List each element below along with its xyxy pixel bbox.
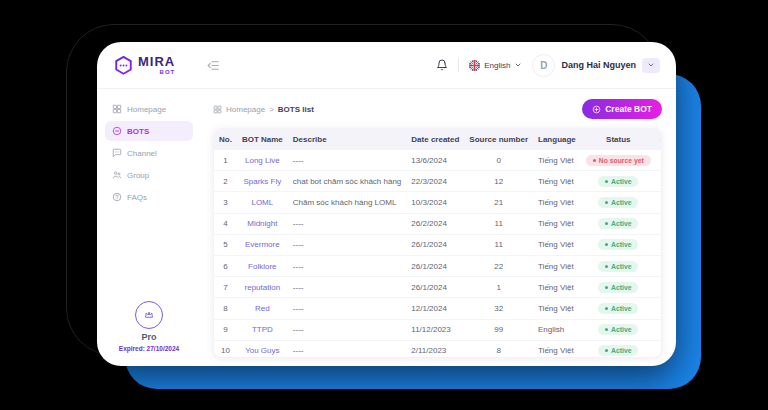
status-dot-icon bbox=[605, 180, 608, 183]
cell-date-created: 11/12/2023 bbox=[406, 319, 464, 340]
sidebar-item-faqs[interactable]: FAQs bbox=[105, 187, 193, 207]
table-row: 10You Guys----2/11/20238Tiếng ViệtActive… bbox=[214, 340, 662, 358]
users-icon bbox=[112, 170, 122, 180]
cell-no: 3 bbox=[214, 192, 237, 213]
cell-status: Active bbox=[581, 340, 656, 358]
create-bot-button[interactable]: Create BOT bbox=[582, 99, 662, 119]
cell-language: Tiếng Việt bbox=[533, 255, 581, 276]
sidebar-toggle-icon[interactable] bbox=[207, 59, 220, 72]
uk-flag-icon bbox=[469, 60, 480, 71]
page-header-row: Homepage > BOTS list Create BOT bbox=[213, 99, 662, 119]
cell-language: Tiếng Việt bbox=[533, 150, 581, 171]
bot-name-link[interactable]: Long Live bbox=[237, 150, 288, 171]
cell-no: 2 bbox=[214, 171, 237, 192]
cell-date-created: 22/3/2024 bbox=[406, 171, 464, 192]
sidebar-item-label: BOTS bbox=[127, 127, 149, 136]
cell-describe: ---- bbox=[288, 298, 407, 319]
create-bot-label: Create BOT bbox=[605, 104, 652, 114]
cell-no: 7 bbox=[214, 277, 237, 298]
cell-status: Active bbox=[581, 255, 656, 276]
cell-describe: ---- bbox=[288, 255, 407, 276]
bot-name-link[interactable]: Midnight bbox=[237, 213, 288, 234]
status-dot-icon bbox=[605, 222, 608, 225]
sidebar-item-group[interactable]: Group bbox=[105, 165, 193, 185]
chevron-down-icon bbox=[514, 61, 522, 69]
language-label: English bbox=[484, 61, 510, 70]
sidebar-item-bots[interactable]: BOTS bbox=[105, 121, 193, 141]
cell-date-created: 26/1/2024 bbox=[406, 277, 464, 298]
notifications-button[interactable] bbox=[436, 59, 448, 71]
cell-source-number: 0 bbox=[464, 150, 533, 171]
grid-icon bbox=[112, 104, 122, 114]
cell-describe: ---- bbox=[288, 234, 407, 255]
status-label: Active bbox=[611, 305, 631, 312]
bot-name-link[interactable]: LOML bbox=[237, 192, 288, 213]
column-header-date-created: Date created bbox=[406, 129, 464, 150]
cell-language: Tiếng Việt bbox=[533, 340, 581, 358]
cell-describe: ---- bbox=[288, 213, 407, 234]
language-selector[interactable]: English bbox=[469, 60, 522, 71]
cell-no: 10 bbox=[214, 340, 237, 358]
cell-language: Tiếng Việt bbox=[533, 234, 581, 255]
table-row: 5Evermore----26/1/202411Tiếng ViệtActive… bbox=[214, 234, 662, 255]
cell-language: Tiếng Việt bbox=[533, 298, 581, 319]
status-label: Active bbox=[611, 284, 631, 291]
cell-language: Tiếng Việt bbox=[533, 277, 581, 298]
table-header-row: No.BOT NameDescribeDate createdSource nu… bbox=[214, 129, 662, 150]
status-badge: Active bbox=[598, 345, 638, 356]
cell-source-number: 22 bbox=[464, 255, 533, 276]
brand-wordmark: MIRA BOT bbox=[138, 55, 175, 75]
cell-language: Tiếng Việt bbox=[533, 213, 581, 234]
bot-name-link[interactable]: Sparks Fly bbox=[237, 171, 288, 192]
cell-no: 1 bbox=[214, 150, 237, 171]
sidebar-item-label: Group bbox=[127, 171, 149, 180]
cell-source-number: 8 bbox=[464, 340, 533, 358]
cell-date-created: 10/3/2024 bbox=[406, 192, 464, 213]
status-badge: Active bbox=[598, 282, 638, 293]
bell-icon bbox=[436, 59, 448, 71]
status-badge: Active bbox=[598, 176, 638, 187]
cell-operation: ⋮ bbox=[656, 234, 662, 255]
brand-logo[interactable]: MIRA BOT bbox=[113, 55, 175, 76]
cell-operation: ⋮ bbox=[656, 340, 662, 358]
status-label: Active bbox=[611, 241, 631, 248]
cell-describe: chat bot chăm sóc khách hàng bbox=[288, 171, 407, 192]
cell-operation: ⋮ bbox=[656, 213, 662, 234]
status-label: No source yet bbox=[599, 157, 644, 164]
status-badge: Active bbox=[598, 239, 638, 250]
bot-name-link[interactable]: TTPD bbox=[237, 319, 288, 340]
bot-name-link[interactable]: You Guys bbox=[237, 340, 288, 358]
cell-date-created: 26/2/2024 bbox=[406, 213, 464, 234]
status-label: Active bbox=[611, 347, 631, 354]
bot-name-link[interactable]: Red bbox=[237, 298, 288, 319]
column-header-language: Language bbox=[533, 129, 581, 150]
cell-describe: ---- bbox=[288, 319, 407, 340]
cell-operation: ⋮ bbox=[656, 277, 662, 298]
sidebar-item-homepage[interactable]: Homepage bbox=[105, 99, 193, 119]
cell-status: Active bbox=[581, 298, 656, 319]
cell-operation: ⋮ bbox=[656, 255, 662, 276]
chat-bubble-icon bbox=[112, 148, 122, 158]
cell-status: Active bbox=[581, 234, 656, 255]
status-dot-icon bbox=[593, 159, 596, 162]
cell-language: Tiếng Việt bbox=[533, 192, 581, 213]
cell-date-created: 13/6/2024 bbox=[406, 150, 464, 171]
user-chevron-button[interactable] bbox=[642, 58, 660, 73]
cell-status: Active bbox=[581, 213, 656, 234]
bots-table-body: 1Long Live----13/6/20240Tiếng ViệtNo sou… bbox=[214, 150, 662, 358]
user-menu[interactable]: D Dang Hai Nguyen bbox=[532, 54, 660, 77]
status-badge: Active bbox=[598, 197, 638, 208]
table-row: 4Midnight----26/2/202411Tiếng ViệtActive… bbox=[214, 213, 662, 234]
cell-language: Tiếng Việt bbox=[533, 171, 581, 192]
cell-no: 9 bbox=[214, 319, 237, 340]
sidebar-item-channel[interactable]: Channel bbox=[105, 143, 193, 163]
brand-hexagon-icon bbox=[113, 55, 134, 76]
status-dot-icon bbox=[605, 328, 608, 331]
bot-name-link[interactable]: reputation bbox=[237, 277, 288, 298]
status-label: Active bbox=[611, 178, 631, 185]
bot-name-link[interactable]: Evermore bbox=[237, 234, 288, 255]
bot-name-link[interactable]: Folklore bbox=[237, 255, 288, 276]
column-header-bot-name: BOT Name bbox=[237, 129, 288, 150]
plan-expired: Expired: 27/10/2024 bbox=[119, 345, 179, 352]
breadcrumb-homepage[interactable]: Homepage bbox=[226, 105, 265, 114]
